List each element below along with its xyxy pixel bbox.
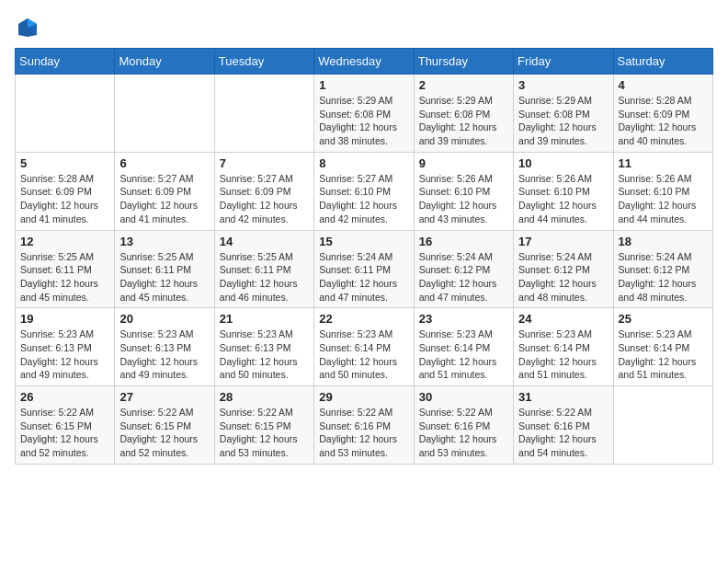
day-info: Sunrise: 5:25 AMSunset: 6:11 PMDaylight:… (20, 250, 109, 304)
day-number: 10 (518, 156, 608, 170)
day-info: Sunrise: 5:23 AMSunset: 6:14 PMDaylight:… (319, 327, 408, 382)
calendar-week-row: 1Sunrise: 5:29 AMSunset: 6:08 PMDaylight… (16, 75, 713, 153)
day-number: 11 (619, 156, 708, 170)
day-number: 28 (220, 390, 309, 404)
day-info: Sunrise: 5:29 AMSunset: 6:08 PMDaylight:… (319, 94, 408, 148)
day-number: 21 (220, 312, 309, 326)
calendar-cell: 29Sunrise: 5:22 AMSunset: 6:16 PMDayligh… (314, 386, 414, 465)
day-info: Sunrise: 5:22 AMSunset: 6:15 PMDaylight:… (20, 406, 109, 460)
weekday-header: Friday (514, 49, 613, 75)
calendar-cell: 28Sunrise: 5:22 AMSunset: 6:15 PMDayligh… (214, 386, 313, 465)
day-number: 13 (119, 235, 209, 248)
logo-icon (15, 15, 40, 40)
calendar-cell: 12Sunrise: 5:25 AMSunset: 6:11 PMDayligh… (16, 230, 115, 308)
day-info: Sunrise: 5:29 AMSunset: 6:08 PMDaylight:… (419, 94, 508, 148)
calendar-table: SundayMondayTuesdayWednesdayThursdayFrid… (15, 48, 713, 465)
day-number: 26 (20, 390, 109, 404)
day-number: 17 (518, 235, 608, 248)
calendar-cell: 2Sunrise: 5:29 AMSunset: 6:08 PMDaylight… (414, 75, 513, 153)
calendar-cell: 3Sunrise: 5:29 AMSunset: 6:08 PMDaylight… (514, 75, 613, 153)
day-info: Sunrise: 5:23 AMSunset: 6:13 PMDaylight:… (119, 327, 209, 382)
weekday-header: Thursday (414, 49, 513, 75)
calendar-cell: 31Sunrise: 5:22 AMSunset: 6:16 PMDayligh… (514, 386, 613, 465)
calendar-cell: 4Sunrise: 5:28 AMSunset: 6:09 PMDaylight… (613, 75, 712, 153)
day-info: Sunrise: 5:26 AMSunset: 6:10 PMDaylight:… (419, 172, 508, 226)
calendar-week-row: 19Sunrise: 5:23 AMSunset: 6:13 PMDayligh… (16, 308, 713, 386)
calendar-cell: 15Sunrise: 5:24 AMSunset: 6:11 PMDayligh… (314, 230, 414, 308)
calendar-cell: 13Sunrise: 5:25 AMSunset: 6:11 PMDayligh… (115, 230, 214, 308)
calendar-cell: 6Sunrise: 5:27 AMSunset: 6:09 PMDaylight… (115, 152, 214, 230)
day-number: 18 (619, 235, 708, 248)
calendar-cell: 30Sunrise: 5:22 AMSunset: 6:16 PMDayligh… (414, 386, 513, 465)
page-header (15, 15, 713, 40)
day-info: Sunrise: 5:27 AMSunset: 6:10 PMDaylight:… (319, 172, 408, 226)
weekday-header: Sunday (16, 49, 115, 75)
calendar-cell (16, 75, 115, 153)
calendar-cell: 18Sunrise: 5:24 AMSunset: 6:12 PMDayligh… (613, 230, 712, 308)
day-info: Sunrise: 5:28 AMSunset: 6:09 PMDaylight:… (20, 172, 109, 226)
day-number: 30 (419, 390, 508, 404)
day-info: Sunrise: 5:24 AMSunset: 6:12 PMDaylight:… (518, 250, 608, 304)
calendar-cell: 14Sunrise: 5:25 AMSunset: 6:11 PMDayligh… (214, 230, 313, 308)
day-info: Sunrise: 5:25 AMSunset: 6:11 PMDaylight:… (220, 250, 309, 304)
calendar-cell: 25Sunrise: 5:23 AMSunset: 6:14 PMDayligh… (613, 308, 712, 386)
calendar-cell: 19Sunrise: 5:23 AMSunset: 6:13 PMDayligh… (16, 308, 115, 386)
day-number: 16 (419, 235, 508, 248)
day-number: 5 (20, 156, 109, 170)
day-number: 31 (518, 390, 608, 404)
day-info: Sunrise: 5:22 AMSunset: 6:15 PMDaylight:… (119, 406, 209, 460)
day-info: Sunrise: 5:27 AMSunset: 6:09 PMDaylight:… (220, 172, 309, 226)
calendar-cell: 20Sunrise: 5:23 AMSunset: 6:13 PMDayligh… (115, 308, 214, 386)
calendar-cell: 10Sunrise: 5:26 AMSunset: 6:10 PMDayligh… (514, 152, 613, 230)
day-info: Sunrise: 5:22 AMSunset: 6:15 PMDaylight:… (220, 406, 309, 460)
day-number: 3 (518, 78, 608, 92)
day-info: Sunrise: 5:22 AMSunset: 6:16 PMDaylight:… (319, 406, 408, 460)
day-number: 20 (119, 312, 209, 326)
calendar-cell (613, 386, 712, 465)
calendar-week-row: 12Sunrise: 5:25 AMSunset: 6:11 PMDayligh… (16, 230, 713, 308)
day-number: 2 (419, 78, 508, 92)
calendar-week-row: 5Sunrise: 5:28 AMSunset: 6:09 PMDaylight… (16, 152, 713, 230)
calendar-cell: 27Sunrise: 5:22 AMSunset: 6:15 PMDayligh… (115, 386, 214, 465)
calendar-cell: 22Sunrise: 5:23 AMSunset: 6:14 PMDayligh… (314, 308, 414, 386)
calendar-cell (214, 75, 313, 153)
day-info: Sunrise: 5:26 AMSunset: 6:10 PMDaylight:… (518, 172, 608, 226)
day-number: 29 (319, 390, 408, 404)
day-info: Sunrise: 5:24 AMSunset: 6:12 PMDaylight:… (419, 250, 508, 304)
weekday-header-row: SundayMondayTuesdayWednesdayThursdayFrid… (16, 49, 713, 75)
day-number: 14 (220, 235, 309, 248)
weekday-header: Monday (115, 49, 214, 75)
calendar-cell: 1Sunrise: 5:29 AMSunset: 6:08 PMDaylight… (314, 75, 414, 153)
day-number: 8 (319, 156, 408, 170)
day-info: Sunrise: 5:23 AMSunset: 6:14 PMDaylight:… (619, 327, 708, 382)
day-number: 15 (319, 235, 408, 248)
day-number: 24 (518, 312, 608, 326)
weekday-header: Tuesday (214, 49, 313, 75)
day-number: 4 (619, 78, 708, 92)
day-info: Sunrise: 5:23 AMSunset: 6:14 PMDaylight:… (518, 327, 608, 382)
day-info: Sunrise: 5:23 AMSunset: 6:13 PMDaylight:… (20, 327, 109, 382)
day-info: Sunrise: 5:25 AMSunset: 6:11 PMDaylight:… (119, 250, 209, 304)
calendar-cell: 16Sunrise: 5:24 AMSunset: 6:12 PMDayligh… (414, 230, 513, 308)
day-info: Sunrise: 5:27 AMSunset: 6:09 PMDaylight:… (119, 172, 209, 226)
day-number: 1 (319, 78, 408, 92)
day-number: 27 (119, 390, 209, 404)
calendar-cell: 9Sunrise: 5:26 AMSunset: 6:10 PMDaylight… (414, 152, 513, 230)
day-number: 23 (419, 312, 508, 326)
day-info: Sunrise: 5:22 AMSunset: 6:16 PMDaylight:… (419, 406, 508, 460)
day-number: 12 (20, 235, 109, 248)
day-number: 6 (119, 156, 209, 170)
calendar-cell: 7Sunrise: 5:27 AMSunset: 6:09 PMDaylight… (214, 152, 313, 230)
day-info: Sunrise: 5:24 AMSunset: 6:12 PMDaylight:… (619, 250, 708, 304)
calendar-cell: 26Sunrise: 5:22 AMSunset: 6:15 PMDayligh… (16, 386, 115, 465)
day-number: 19 (20, 312, 109, 326)
calendar-cell: 8Sunrise: 5:27 AMSunset: 6:10 PMDaylight… (314, 152, 414, 230)
calendar-week-row: 26Sunrise: 5:22 AMSunset: 6:15 PMDayligh… (16, 386, 713, 465)
calendar-cell: 17Sunrise: 5:24 AMSunset: 6:12 PMDayligh… (514, 230, 613, 308)
day-info: Sunrise: 5:23 AMSunset: 6:14 PMDaylight:… (419, 327, 508, 382)
calendar-cell (115, 75, 214, 153)
day-info: Sunrise: 5:24 AMSunset: 6:11 PMDaylight:… (319, 250, 408, 304)
day-number: 25 (619, 312, 708, 326)
day-info: Sunrise: 5:26 AMSunset: 6:10 PMDaylight:… (619, 172, 708, 226)
weekday-header: Wednesday (314, 49, 414, 75)
